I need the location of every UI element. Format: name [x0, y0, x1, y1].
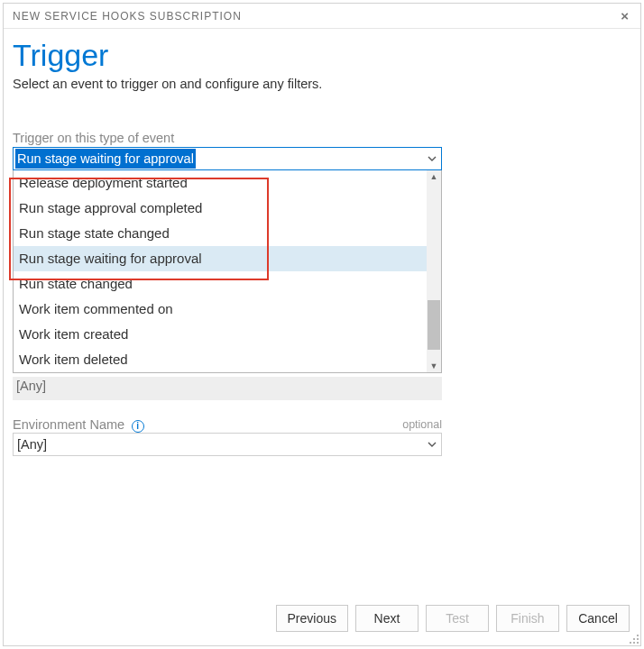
- dropdown-item[interactable]: Run stage approval completed: [14, 196, 427, 221]
- environment-name-select[interactable]: [Any]: [13, 433, 442, 456]
- info-icon[interactable]: i: [132, 420, 144, 433]
- scroll-down-arrow-icon[interactable]: ▼: [427, 360, 441, 372]
- page-subtitle: Select an event to trigger on and config…: [13, 77, 640, 91]
- resize-grip-icon[interactable]: [626, 631, 639, 644]
- page-title: Trigger: [13, 38, 640, 73]
- dialog-content: Trigger Select an event to trigger on an…: [4, 29, 640, 591]
- environment-field-label-row: Environment Name i optional: [13, 416, 442, 433]
- dialog-footer: Previous Next Test Finish Cancel: [4, 591, 640, 645]
- dropdown-item[interactable]: Work item created: [14, 322, 427, 347]
- dropdown-item[interactable]: Run state changed: [14, 271, 427, 297]
- dropdown-list: Release deployment started Run stage app…: [14, 170, 427, 372]
- event-type-selected-text: Run stage waiting for approval: [15, 149, 196, 169]
- dropdown-item[interactable]: Run stage waiting for approval: [14, 246, 427, 271]
- dropdown-scrollbar[interactable]: ▲ ▼: [427, 170, 441, 372]
- next-button[interactable]: Next: [355, 605, 419, 632]
- dialog-titlebar: NEW SERVICE HOOKS SUBSCRIPTION ×: [4, 4, 640, 29]
- scroll-up-arrow-icon[interactable]: ▲: [427, 170, 441, 183]
- dropdown-item[interactable]: Release deployment started: [14, 170, 427, 196]
- event-type-select-wrap: Run stage waiting for approval Release d…: [13, 147, 442, 170]
- environment-name-value: [Any]: [17, 437, 47, 452]
- dropdown-item[interactable]: Work item commented on: [14, 297, 427, 322]
- pipeline-field-disabled: [Any]: [13, 377, 442, 400]
- dropdown-item[interactable]: Run stage state changed: [14, 221, 427, 246]
- chevron-down-icon: [427, 439, 437, 450]
- event-type-select[interactable]: Run stage waiting for approval: [13, 147, 442, 170]
- close-icon[interactable]: ×: [621, 9, 630, 23]
- dialog-title: NEW SERVICE HOOKS SUBSCRIPTION: [13, 10, 242, 23]
- previous-button[interactable]: Previous: [276, 605, 348, 632]
- dialog-frame: NEW SERVICE HOOKS SUBSCRIPTION × Trigger…: [3, 3, 641, 646]
- event-type-label: Trigger on this type of event: [13, 131, 640, 145]
- optional-label: optional: [402, 418, 442, 431]
- test-button: Test: [426, 605, 489, 632]
- cancel-button[interactable]: Cancel: [566, 605, 630, 632]
- scroll-thumb[interactable]: [428, 300, 440, 350]
- dropdown-item[interactable]: Work item deleted: [14, 347, 427, 372]
- chevron-down-icon: [427, 153, 437, 164]
- scroll-track[interactable]: [427, 183, 441, 360]
- event-type-dropdown[interactable]: Release deployment started Run stage app…: [13, 170, 442, 373]
- finish-button: Finish: [496, 605, 559, 632]
- environment-name-label: Environment Name: [13, 417, 124, 432]
